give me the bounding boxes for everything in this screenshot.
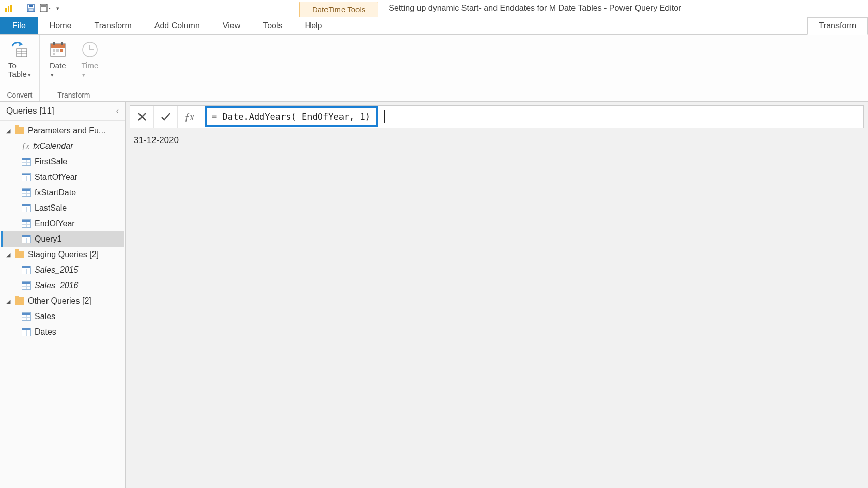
svg-rect-19 [53,53,55,55]
tab-help[interactable]: Help [294,17,334,34]
tree-folder[interactable]: ◢Staging Queries [2] [1,247,124,262]
result-value: 31-12-2020 [126,128,868,153]
tree-item[interactable]: Sales_2016 [1,278,124,293]
queries-panel-title: Queries [11] [6,106,54,116]
ribbon-group-transform: Date▾ Time▾ Transform [40,35,109,101]
tree-item-label: Dates [35,327,56,337]
table-icon [22,173,31,181]
tree-item[interactable]: Query1 [1,231,124,247]
table-icon [22,312,31,321]
tree-item-label: LastSale [35,203,67,213]
save-icon[interactable] [25,3,37,14]
table-icon [22,188,31,197]
svg-rect-16 [53,49,55,52]
tab-transform[interactable]: Transform [83,17,143,34]
tree-item-label: Sales_2016 [35,281,79,290]
folder-icon [15,297,24,305]
tree-item-label: FirstSale [35,157,67,166]
svg-rect-18 [60,49,63,52]
table-icon [22,266,31,274]
table-icon [22,235,31,243]
tree-folder[interactable]: ◢Other Queries [2] [1,293,124,309]
svg-rect-4 [29,5,33,7]
file-tab[interactable]: File [0,17,38,34]
tree-item[interactable]: StartOfYear [1,169,124,185]
expand-caret-icon[interactable]: ◢ [6,128,11,134]
time-label: Time▾ [81,61,98,78]
svg-rect-0 [5,8,7,12]
formula-input-wrap[interactable]: = Date.AddYears( EndOfYear, 1) [202,106,863,128]
formula-input[interactable]: = Date.AddYears( EndOfYear, 1) [205,106,378,127]
svg-rect-1 [8,6,9,12]
tree-item-label: Sales_2015 [35,265,79,275]
svg-rect-15 [61,42,63,45]
tree-item-label: Parameters and Fu... [28,126,105,135]
fx-icon: ƒx [184,111,194,123]
tree-item-label: fxStartDate [35,188,76,197]
tab-tools[interactable]: Tools [252,17,293,34]
fx-button[interactable]: ƒx [178,106,202,128]
tree-item-label: StartOfYear [35,172,78,182]
tree-item-label: Query1 [35,234,61,244]
tab-view[interactable]: View [211,17,252,34]
expand-caret-icon[interactable]: ◢ [6,251,11,258]
to-table-button[interactable]: ToTable▾ [5,39,34,80]
app-logo-icon [3,3,14,14]
to-table-icon [10,40,29,59]
undo-dropdown-icon[interactable] [40,3,51,14]
tree-item[interactable]: FirstSale [1,154,124,169]
tree-item-label: Staging Queries [2] [28,250,99,259]
collapse-panel-icon[interactable]: ‹ [116,106,119,116]
queries-panel-header: Queries [11] ‹ [0,102,125,121]
tree-item[interactable]: Sales_2015 [1,262,124,278]
editor-content: ƒx = Date.AddYears( EndOfYear, 1) 31-12-… [126,102,868,488]
table-icon [22,219,31,228]
to-table-label: ToTable▾ [8,61,31,78]
formula-bar: ƒx = Date.AddYears( EndOfYear, 1) [130,105,864,128]
date-label: Date▾ [50,61,66,78]
tree-item[interactable]: EndOfYear [1,216,124,231]
svg-rect-17 [56,49,59,52]
main-area: Queries [11] ‹ ◢Parameters and Fu...ƒxfx… [0,102,868,488]
tree-item[interactable]: ƒxfxCalendar [1,138,124,154]
ribbon-group-label-transform: Transform [57,90,90,100]
cancel-formula-button[interactable] [130,106,154,128]
tab-add-column[interactable]: Add Column [143,17,211,34]
expand-caret-icon[interactable]: ◢ [6,298,11,305]
queries-tree: ◢Parameters and Fu...ƒxfxCalendarFirstSa… [0,121,125,488]
title-bar: ▾ DateTime Tools Setting up dynamic Star… [0,0,868,17]
queries-panel: Queries [11] ‹ ◢Parameters and Fu...ƒxfx… [0,102,126,488]
date-icon [48,40,68,59]
customize-qat-icon[interactable]: ▾ [54,3,61,14]
close-icon [137,112,147,122]
commit-formula-button[interactable] [154,106,178,128]
separator [20,3,20,13]
date-button[interactable]: Date▾ [45,39,71,80]
tab-home[interactable]: Home [38,17,83,34]
tree-item[interactable]: Dates [1,324,124,340]
table-icon [22,281,31,290]
tab-transform-context[interactable]: Transform [807,17,868,35]
tree-item-label: Sales [35,312,55,321]
window-title: Setting up dynamic Start- and Enddates f… [378,4,868,13]
quick-access-toolbar: ▾ [0,0,65,17]
tree-item-label: fxCalendar [33,141,73,151]
tree-folder[interactable]: ◢Parameters and Fu... [1,123,124,138]
ribbon-tabs: File Home Transform Add Column View Tool… [0,17,868,35]
tree-item[interactable]: Sales [1,309,124,324]
table-icon [22,328,31,336]
tree-item-label: Other Queries [2] [28,296,91,306]
text-cursor [384,110,385,123]
time-button[interactable]: Time▾ [77,39,103,80]
ribbon-group-convert: ToTable▾ Convert [0,35,40,101]
table-icon [22,158,31,166]
ribbon-group-label-convert: Convert [7,90,32,100]
tree-item[interactable]: fxStartDate [1,185,124,200]
svg-rect-7 [41,5,46,7]
tree-item[interactable]: LastSale [1,200,124,216]
check-icon [160,111,172,122]
folder-icon [15,251,24,258]
time-icon [80,40,100,59]
svg-rect-13 [51,44,65,48]
table-icon [22,204,31,212]
